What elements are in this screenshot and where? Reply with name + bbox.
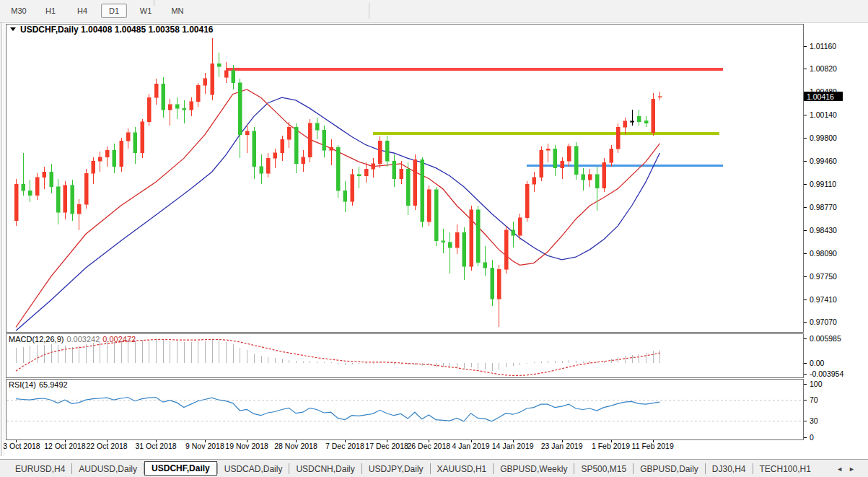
candle xyxy=(63,181,67,219)
candle xyxy=(35,173,39,200)
candle xyxy=(323,126,326,157)
candle xyxy=(623,118,627,134)
price-tick-label: 1.01160 xyxy=(810,42,836,51)
candle-body xyxy=(308,123,312,157)
candle xyxy=(154,79,158,105)
candle-body xyxy=(232,71,235,83)
tab-usdcnh-daily[interactable]: USDCNH,Daily xyxy=(289,462,361,476)
candle-body xyxy=(98,157,102,162)
tab-usdjpy-daily[interactable]: USDJPY,Daily xyxy=(362,462,430,476)
tab-usdchf-daily[interactable]: USDCHF,Daily xyxy=(144,461,217,476)
candle xyxy=(644,116,648,127)
candle-body xyxy=(434,190,438,241)
candle-body xyxy=(497,269,501,299)
candle-body xyxy=(141,122,144,153)
candle xyxy=(50,164,53,193)
candle xyxy=(421,157,424,227)
tab-scroll-right-icon[interactable]: ► xyxy=(849,465,861,473)
candle-body xyxy=(294,127,298,164)
candle-body xyxy=(126,133,130,141)
price-tick-label: 0.98090 xyxy=(810,249,837,258)
candle-body xyxy=(168,105,172,110)
candle-body xyxy=(154,84,158,97)
price-tick-label: 0.97070 xyxy=(810,318,837,326)
tab-scroll-left-icon[interactable]: ◄ xyxy=(836,465,849,473)
candle-body xyxy=(400,169,403,178)
candle-body xyxy=(546,149,550,150)
tab-audusd-daily[interactable]: AUDUSD,Daily xyxy=(72,462,144,476)
tab-gbpusd-daily[interactable]: GBPUSD,Daily xyxy=(634,462,705,476)
tab-sp500-m15[interactable]: SP500,M15 xyxy=(574,462,633,476)
candle-body xyxy=(273,153,277,158)
candle-body xyxy=(28,191,32,196)
price-tick-label: 0.99460 xyxy=(810,157,837,165)
candle xyxy=(442,229,445,253)
macd-signal-line xyxy=(16,340,659,376)
price-tick-label: 1.00140 xyxy=(810,110,837,119)
candle-body xyxy=(357,175,361,176)
tab-gbpusd-weekly[interactable]: GBPUSD,Weekly xyxy=(494,462,574,476)
candle xyxy=(168,99,172,126)
candle xyxy=(616,123,620,153)
tab-eurusd-h4[interactable]: EURUSD,H4 xyxy=(9,462,71,476)
main-pane-border[interactable] xyxy=(6,25,804,333)
candle-body xyxy=(238,83,242,135)
candle xyxy=(393,154,396,187)
candle xyxy=(92,157,95,184)
candle xyxy=(357,167,361,188)
candle xyxy=(413,154,417,210)
candle xyxy=(217,53,221,77)
candle-body xyxy=(483,263,487,268)
candle-body xyxy=(610,149,613,162)
candle-body xyxy=(315,123,319,130)
tab-tech100-h1[interactable]: TECH100,H1 xyxy=(753,462,817,476)
candle xyxy=(56,179,60,225)
rsi-tick-label: 30 xyxy=(810,416,818,425)
tab-usdcad-daily[interactable]: USDCAD,Daily xyxy=(218,462,289,476)
candle xyxy=(631,110,634,126)
price-tick-label: 1.00820 xyxy=(810,64,837,73)
macd-label: MACD(12,26,9)0.0032420.002472 xyxy=(9,335,136,343)
candle xyxy=(22,153,25,196)
candle xyxy=(162,77,165,118)
candle-body xyxy=(287,127,291,139)
candle xyxy=(308,119,312,162)
candle-body xyxy=(323,130,326,150)
current-price-marker: 1.00416 xyxy=(804,92,843,101)
candle xyxy=(238,79,242,158)
candle-body xyxy=(343,191,347,201)
candle xyxy=(463,227,466,280)
chart-dropdown-icon[interactable] xyxy=(10,27,16,31)
candle-body xyxy=(588,175,592,180)
tab-dj30-h4[interactable]: DJ30,H4 xyxy=(706,462,753,476)
candle-body xyxy=(281,139,284,153)
chart-canvas[interactable]: USDCHF,Daily 1.00408 1.00485 1.00358 1.0… xyxy=(0,0,868,477)
candle xyxy=(532,172,536,192)
candle xyxy=(434,187,438,246)
candle-body xyxy=(574,146,578,175)
candle xyxy=(582,168,585,191)
rsi-tick-label: 70 xyxy=(810,395,818,404)
rsi-pane-border[interactable] xyxy=(6,380,804,440)
candle-body xyxy=(63,185,67,212)
time-tick-label: 28 Nov 2018 xyxy=(274,442,317,450)
candle-body xyxy=(448,242,452,248)
time-tick-label: 31 Oct 2018 xyxy=(135,442,176,450)
candle-body xyxy=(43,172,46,177)
candle xyxy=(147,94,151,126)
candle-body xyxy=(56,187,60,213)
candle-body xyxy=(442,241,445,242)
candle-body xyxy=(561,161,564,167)
candle-body xyxy=(518,218,522,235)
mt4-window: M30H1H4D1W1MN USDCHF,Daily 1.00408 1.004… xyxy=(0,0,868,477)
candle-body xyxy=(455,232,459,248)
candle-body xyxy=(512,230,515,235)
macd-tick-label: -0.003954 xyxy=(810,369,843,378)
candle xyxy=(491,260,494,306)
candle-body xyxy=(224,71,228,77)
candle xyxy=(175,97,179,119)
tab-xauusd-h1[interactable]: XAUUSD,H1 xyxy=(431,462,494,476)
candle-body xyxy=(463,232,466,266)
candle-body xyxy=(504,230,508,269)
candle xyxy=(476,206,480,266)
